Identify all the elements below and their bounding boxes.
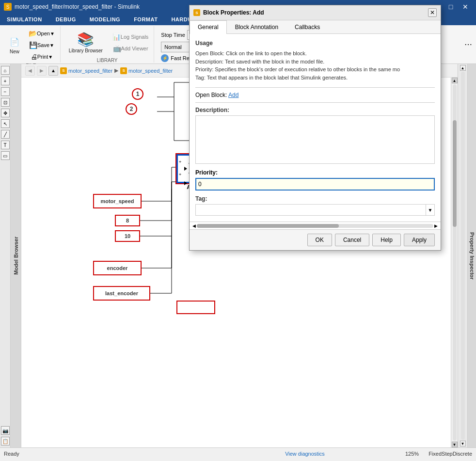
toolbar-library-group: 📚 Library Browser 📊Log Signals 📺Add View…: [61, 26, 155, 63]
usage-title: Usage: [195, 40, 435, 47]
usage-line-2: Description: Text saved with the block i…: [195, 58, 435, 66]
fit-icon[interactable]: ⊡: [1, 98, 10, 107]
horizontal-scrollbar-area: ◀ ▶: [190, 222, 441, 229]
tag-dropdown-button[interactable]: ▼: [426, 204, 435, 216]
home-icon[interactable]: ⌂: [1, 66, 10, 75]
tab-simulation[interactable]: SIMULATION: [0, 14, 49, 25]
block-partial-bottom[interactable]: [176, 301, 215, 314]
cancel-button[interactable]: Cancel: [335, 234, 369, 246]
right-scroll-down[interactable]: ▼: [460, 441, 466, 446]
open-block-row: Open Block: Add: [195, 92, 435, 98]
tag-section: Tag: ▼: [195, 195, 435, 216]
encoder-label: encoder: [107, 265, 128, 271]
dialog-footer: OK Cancel Help Apply: [190, 229, 441, 250]
tab-debug[interactable]: DEBUG: [49, 14, 83, 25]
dialog-close-button[interactable]: ✕: [428, 8, 437, 17]
log-signals-button[interactable]: 📊Log Signals: [110, 32, 151, 42]
area-icon[interactable]: ▭: [1, 151, 10, 160]
close-button[interactable]: ✕: [459, 2, 472, 12]
tab-format[interactable]: FORMAT: [127, 14, 164, 25]
scroll-up-button[interactable]: ▲: [452, 78, 458, 83]
maximize-button[interactable]: □: [444, 2, 458, 12]
block-motor-speed[interactable]: motor_speed: [93, 194, 142, 208]
status-ready: Ready: [4, 451, 205, 457]
ok-button[interactable]: OK: [307, 234, 332, 246]
scroll-thumb[interactable]: [453, 120, 457, 227]
screenshot-icon[interactable]: 📷: [1, 426, 10, 435]
right-scroll-up[interactable]: ▲: [460, 65, 466, 71]
tab-general[interactable]: General: [190, 20, 227, 34]
vertical-scrollbar[interactable]: ▲ ▼: [451, 78, 458, 447]
block-last-encoder[interactable]: last_encoder: [93, 286, 150, 301]
block-circle-1[interactable]: 1: [132, 88, 143, 100]
apply-button[interactable]: Apply: [404, 234, 435, 246]
pan-icon[interactable]: ✥: [1, 109, 10, 117]
view-diagnostics-link[interactable]: View diagnostics: [205, 451, 405, 457]
tab-block-annotation[interactable]: Block Annotation: [227, 20, 286, 33]
new-label: New: [10, 49, 19, 54]
tag-input[interactable]: [195, 204, 426, 216]
model-icon-2: S: [120, 67, 127, 74]
text-icon[interactable]: T: [1, 141, 10, 149]
block-8[interactable]: 8: [115, 215, 140, 226]
open-block-link[interactable]: Add: [228, 92, 238, 98]
tab-modeling[interactable]: MODELING: [83, 14, 127, 25]
divider-2: [195, 102, 435, 103]
port-label-1: +: [179, 159, 181, 164]
scroll-left-button[interactable]: ◀: [191, 223, 197, 228]
block-10[interactable]: 10: [115, 230, 140, 242]
scroll-track: [453, 84, 457, 441]
add-viewer-button[interactable]: 📺Add Viewer: [110, 43, 151, 54]
print-button[interactable]: 🖨Print▼: [26, 51, 57, 62]
back-button[interactable]: ◀: [25, 66, 35, 76]
new-button[interactable]: 📄 New: [5, 34, 24, 57]
dialog-titlebar: S Block Properties: Add ✕: [190, 5, 441, 20]
breadcrumb-item-1[interactable]: S motor_speed_filter: [60, 67, 112, 74]
select-icon[interactable]: ↖: [1, 119, 10, 128]
block-circle-2[interactable]: 2: [126, 103, 137, 115]
breadcrumb-item-2[interactable]: S motor_speed_filter: [120, 67, 173, 74]
notes-icon[interactable]: 📋: [1, 437, 10, 445]
simulation-mode: FixedStepDiscrete: [428, 451, 472, 457]
usage-line-4: Tag: Text that appears in the block labe…: [195, 74, 435, 82]
usage-section: Usage Open Block: Click on the link to o…: [195, 40, 435, 81]
block-10-label: 10: [125, 233, 130, 239]
scroll-down-button[interactable]: ▼: [452, 442, 458, 447]
zoom-out-icon[interactable]: −: [1, 87, 10, 96]
toolbar-overflow-button[interactable]: ⋯: [464, 40, 472, 49]
model-browser-panel[interactable]: Model Browser: [11, 64, 21, 447]
app-icon: S: [4, 3, 12, 11]
library-icon: 📚: [78, 32, 94, 47]
save-button[interactable]: 💾Save▼: [26, 40, 57, 50]
open-button[interactable]: 📂Open▼: [26, 28, 57, 39]
h-scrollbar-thumb[interactable]: [197, 224, 339, 228]
breadcrumb-label-2: motor_speed_filter: [128, 68, 173, 74]
library-browser-button[interactable]: 📚 Library Browser: [63, 28, 108, 57]
zoom-level: 125%: [405, 451, 419, 457]
circle-1-label: 1: [136, 91, 140, 97]
toolbar-overflow: ⋯: [462, 26, 474, 63]
last-encoder-label: last_encoder: [105, 290, 138, 296]
breadcrumb-label-1: motor_speed_filter: [68, 68, 112, 74]
h-scrollbar-track: [197, 224, 433, 228]
scroll-right-button[interactable]: ▶: [433, 223, 439, 228]
property-inspector-panel[interactable]: Property Inspector: [467, 64, 476, 447]
forward-button[interactable]: ▶: [37, 66, 47, 76]
dialog-content: Usage Open Block: Click on the link to o…: [190, 34, 441, 222]
description-textarea[interactable]: [195, 115, 435, 164]
block-encoder[interactable]: encoder: [93, 261, 142, 275]
stop-time-label: Stop Time: [161, 32, 185, 38]
dialog-title-text: Block Properties: Add: [203, 9, 264, 16]
line-icon[interactable]: ╱: [1, 130, 10, 139]
dialog-app-icon: S: [193, 9, 200, 16]
up-button[interactable]: ▲: [48, 66, 58, 76]
zoom-in-icon[interactable]: +: [1, 77, 10, 85]
tag-input-row: ▼: [195, 204, 435, 216]
tab-callbacks[interactable]: Callbacks: [286, 20, 328, 33]
block-8-label: 8: [126, 218, 129, 223]
priority-input[interactable]: [195, 178, 435, 191]
circle-2-label: 2: [130, 106, 133, 112]
help-button[interactable]: Help: [372, 234, 401, 246]
fast-restart-icon: ⚡: [161, 54, 169, 62]
status-bar: Ready View diagnostics 125% FixedStepDis…: [0, 447, 476, 459]
